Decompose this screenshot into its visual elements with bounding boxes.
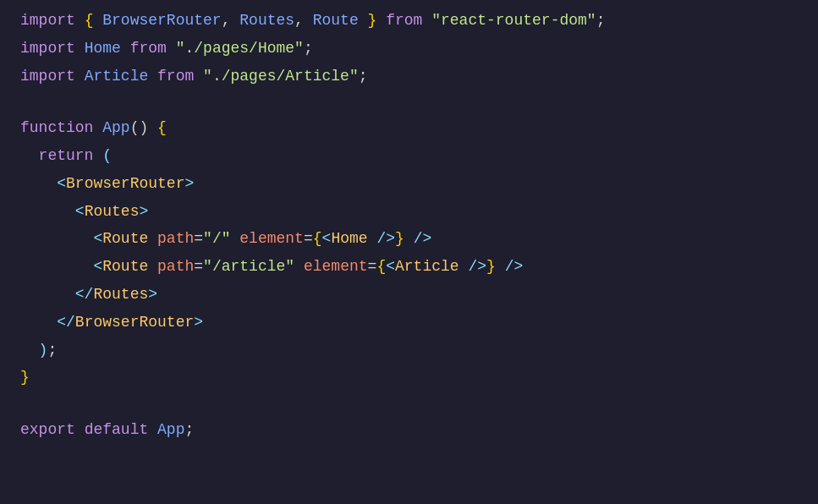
code-token: import xyxy=(20,64,75,89)
code-token: from xyxy=(157,64,194,89)
code-token: App xyxy=(157,418,184,442)
code-token xyxy=(368,227,377,251)
code-line xyxy=(0,90,818,114)
code-token xyxy=(148,227,157,251)
code-token: = xyxy=(304,227,313,251)
code-line: <Route path="/" element={<Home />} /> xyxy=(0,225,818,253)
code-token xyxy=(404,227,414,251)
code-token xyxy=(75,36,85,61)
code-token: Home xyxy=(85,36,121,61)
code-token: < xyxy=(93,255,102,279)
code-token xyxy=(20,282,75,307)
code-line xyxy=(0,392,818,416)
code-token xyxy=(20,144,39,168)
code-token xyxy=(148,418,157,442)
code-token: "/article" xyxy=(203,255,294,279)
code-token: Route xyxy=(102,227,148,251)
code-token: </ xyxy=(57,310,75,335)
code-token xyxy=(231,227,240,251)
code-token: /> xyxy=(505,255,524,279)
code-token: path xyxy=(157,227,194,251)
code-token: < xyxy=(322,227,332,251)
code-token: = xyxy=(194,227,203,251)
code-token xyxy=(376,8,386,33)
code-line: } xyxy=(0,364,818,392)
code-token xyxy=(93,116,102,140)
code-line: import Article from "./pages/Article"; xyxy=(0,63,818,90)
code-token xyxy=(148,64,157,89)
code-token xyxy=(93,8,102,33)
code-token: > xyxy=(139,200,148,224)
code-token: "./pages/Home" xyxy=(176,36,304,61)
code-token: function xyxy=(20,116,93,140)
code-token: /> xyxy=(414,227,432,251)
code-line: <Routes> xyxy=(0,198,818,226)
code-token: < xyxy=(93,227,102,251)
code-token: path xyxy=(157,255,194,279)
code-token: ; xyxy=(359,64,368,89)
code-token: > xyxy=(148,282,157,307)
code-token xyxy=(20,255,93,279)
code-token: < xyxy=(57,172,66,196)
code-token: } xyxy=(395,227,404,251)
code-token: App xyxy=(102,116,129,140)
code-token: </ xyxy=(75,282,94,307)
code-token: Routes xyxy=(239,8,294,33)
code-token: ( xyxy=(102,144,112,168)
code-token: /> xyxy=(468,255,486,279)
code-token xyxy=(75,418,85,442)
code-token: } xyxy=(368,8,377,33)
code-token: Route xyxy=(313,8,359,33)
code-token: export xyxy=(20,418,75,442)
code-token: { xyxy=(313,227,322,251)
code-token xyxy=(20,310,57,335)
code-line: <Route path="/article" element={<Article… xyxy=(0,253,818,281)
code-token xyxy=(20,200,75,224)
code-line: import { BrowserRouter, Routes, Route } … xyxy=(0,7,818,35)
code-token: ; xyxy=(596,8,606,33)
code-line: ); xyxy=(0,337,818,364)
code-token: "/" xyxy=(203,227,230,251)
code-token: from xyxy=(386,8,422,33)
code-token: default xyxy=(85,418,149,442)
code-token: BrowserRouter xyxy=(75,310,194,335)
code-token: from xyxy=(130,36,167,61)
code-token: BrowserRouter xyxy=(66,172,184,196)
code-token xyxy=(167,36,176,61)
code-token: = xyxy=(368,255,377,279)
code-token: Home xyxy=(331,227,367,251)
code-token: , xyxy=(294,8,313,33)
code-token: Route xyxy=(102,255,148,279)
code-line: export default App; xyxy=(0,416,818,444)
code-token xyxy=(294,255,304,279)
code-token: , xyxy=(222,8,240,33)
code-token: > xyxy=(194,310,203,335)
code-token: > xyxy=(184,172,194,196)
code-token xyxy=(148,255,157,279)
code-token xyxy=(75,8,85,33)
code-line: return ( xyxy=(0,142,818,170)
code-token: ; xyxy=(184,418,194,442)
code-token xyxy=(20,172,57,196)
code-token: /> xyxy=(376,227,395,251)
code-token: element xyxy=(239,227,304,251)
code-token: import xyxy=(20,36,75,61)
code-token: } xyxy=(486,255,496,279)
code-token xyxy=(496,255,505,279)
code-token: import xyxy=(20,8,75,33)
code-line: </BrowserRouter> xyxy=(0,309,818,337)
code-token xyxy=(194,64,203,89)
code-token: ) xyxy=(39,338,48,363)
code-line: </Routes> xyxy=(0,281,818,309)
code-token: { xyxy=(376,255,386,279)
code-token: "./pages/Article" xyxy=(203,64,359,89)
code-token: { xyxy=(85,8,94,33)
code-token: = xyxy=(194,255,203,279)
code-token: Article xyxy=(395,255,459,279)
code-token: Routes xyxy=(85,200,140,224)
code-token xyxy=(422,8,431,33)
code-token xyxy=(93,144,102,168)
code-token: ; xyxy=(304,36,313,61)
code-token xyxy=(20,338,39,363)
code-token xyxy=(359,8,368,33)
